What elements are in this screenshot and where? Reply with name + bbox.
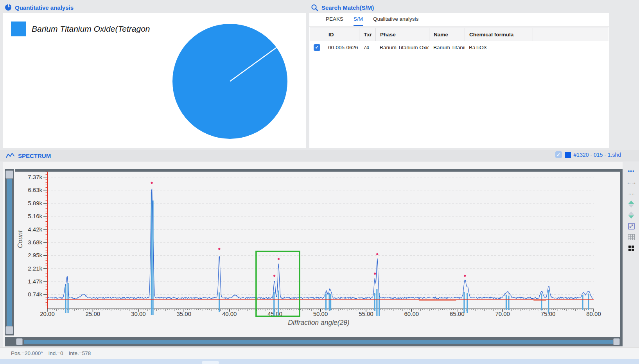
more-options-icon[interactable] xyxy=(626,167,636,175)
status-index: Ind.=0 xyxy=(48,350,63,356)
spectrum-title: SPECTRUM xyxy=(18,152,51,159)
search-match-header: Search Match(S/M) xyxy=(311,2,374,13)
vertical-range-bar[interactable] xyxy=(7,179,12,326)
tab-qualitative-analysis[interactable]: Qualitative analysis xyxy=(373,13,418,26)
header-spacer xyxy=(533,28,608,41)
svg-text:2.95k: 2.95k xyxy=(28,252,42,258)
header-txr: Txr xyxy=(359,28,375,41)
svg-text:50.00: 50.00 xyxy=(313,310,328,317)
svg-text:1.47k: 1.47k xyxy=(28,278,42,285)
spectrum-panel: 7.37k6.63k5.89k5.16k4.42k3.68k2.95k2.21k… xyxy=(3,162,623,347)
row-checkbox[interactable] xyxy=(314,44,320,51)
horizontal-slider-left-handle[interactable] xyxy=(16,338,23,345)
svg-text:80.00: 80.00 xyxy=(586,310,601,317)
header-checkbox-column xyxy=(310,28,324,41)
cell-formula: BaTiO3 xyxy=(465,41,533,54)
spectrum-legend-checkbox[interactable] xyxy=(555,151,562,158)
svg-text:5.16k: 5.16k xyxy=(28,213,42,219)
collapse-horizontal-icon[interactable] xyxy=(626,189,636,197)
tab-sm[interactable]: S/M xyxy=(354,13,363,26)
pie-chart xyxy=(169,20,298,149)
table-header: ID Txr Phase Name Chemical formula xyxy=(310,27,608,41)
spectrum-plot[interactable]: 7.37k6.63k5.89k5.16k4.42k3.68k2.95k2.21k… xyxy=(3,162,623,347)
svg-text:Count: Count xyxy=(16,230,24,248)
horizontal-slider-right-handle[interactable] xyxy=(613,338,620,345)
quantitative-analysis-panel: Barium Titanium Oxide(Tetragon xyxy=(3,13,306,148)
cell-name: Barium Titaniu xyxy=(429,41,465,54)
header-phase: Phase xyxy=(375,28,429,41)
tab-peaks[interactable]: PEAKS xyxy=(326,13,343,26)
table-row[interactable]: 00-005-0626 74 Barium Titanium Oxide Bar… xyxy=(310,41,608,54)
svg-text:35.00: 35.00 xyxy=(176,310,191,317)
spectrum-legend: #1320 - 015 - 1.shd xyxy=(555,151,621,158)
svg-text:3.68k: 3.68k xyxy=(28,239,42,246)
svg-text:4.42k: 4.42k xyxy=(28,226,42,233)
svg-text:65.00: 65.00 xyxy=(450,310,465,317)
svg-text:55.00: 55.00 xyxy=(359,310,373,317)
vertical-range-slider[interactable] xyxy=(5,169,14,335)
bottom-strip xyxy=(0,359,639,364)
tab-bar: PEAKS S/M Qualitative analysis xyxy=(309,13,609,27)
svg-text:7.37k: 7.37k xyxy=(28,174,42,180)
header-name: Name xyxy=(429,28,465,41)
horizontal-range-bar[interactable] xyxy=(24,340,616,344)
status-intensity: Inte.=578 xyxy=(69,350,91,356)
spectrum-icon xyxy=(5,152,15,159)
fullscreen-icon[interactable] xyxy=(626,222,636,230)
svg-text:5.89k: 5.89k xyxy=(28,200,42,206)
xrd-analysis-app: Quantitative analysis Barium Titanium Ox… xyxy=(0,0,639,364)
plot-right-edge xyxy=(620,169,623,346)
pie-legend-swatch xyxy=(11,22,26,36)
quantitative-analysis-title: Quantitative analysis xyxy=(15,4,74,11)
svg-text:Diffraction angle(2θ): Diffraction angle(2θ) xyxy=(288,319,349,326)
search-icon xyxy=(311,4,318,11)
svg-text:6.63k: 6.63k xyxy=(28,186,42,193)
svg-text:2.21k: 2.21k xyxy=(28,265,42,272)
spectrum-header: SPECTRUM #1320 - 015 - 1.shd xyxy=(0,150,639,161)
header-chemical-formula: Chemical formula xyxy=(465,28,533,41)
quantitative-analysis-header: Quantitative analysis xyxy=(5,2,74,13)
status-position: Pos.=20.000° xyxy=(11,350,43,356)
pie-legend-label: Barium Titanium Oxide(Tetragon xyxy=(32,24,150,34)
header-id: ID xyxy=(324,28,359,41)
horizontal-range-slider[interactable] xyxy=(5,337,623,346)
scale-up-vertical-icon[interactable] xyxy=(626,200,636,208)
svg-text:70.00: 70.00 xyxy=(495,310,510,317)
bottom-scroll-handle[interactable] xyxy=(202,361,219,364)
spectrum-legend-swatch xyxy=(565,152,571,158)
spectrum-toolbar xyxy=(625,167,637,252)
expand-horizontal-icon[interactable] xyxy=(626,178,636,186)
svg-text:25.00: 25.00 xyxy=(86,310,101,317)
status-bar: Pos.=20.000° Ind.=0 Inte.=578 xyxy=(0,347,639,359)
vertical-slider-bottom-handle[interactable] xyxy=(5,326,13,334)
vertical-slider-top-handle[interactable] xyxy=(5,170,13,179)
search-match-title: Search Match(S/M) xyxy=(321,4,374,11)
cell-id: 00-005-0626 xyxy=(324,41,359,54)
cell-txr: 74 xyxy=(359,41,375,54)
svg-text:30.00: 30.00 xyxy=(131,310,146,317)
tile-view-icon[interactable] xyxy=(626,244,636,252)
pie-legend: Barium Titanium Oxide(Tetragon xyxy=(11,22,150,36)
svg-text:60.00: 60.00 xyxy=(404,310,419,317)
grid-view-icon[interactable] xyxy=(626,233,636,241)
spectrum-legend-label: #1320 - 015 - 1.shd xyxy=(574,152,621,158)
search-match-panel: PEAKS S/M Qualitative analysis ID Txr Ph… xyxy=(309,13,609,148)
svg-text:40.00: 40.00 xyxy=(222,310,237,317)
pie-chart-icon xyxy=(5,4,12,11)
cell-phase: Barium Titanium Oxide xyxy=(375,41,429,54)
svg-text:0.74k: 0.74k xyxy=(28,291,42,298)
scale-down-vertical-icon[interactable] xyxy=(626,211,636,219)
plot-top-edge xyxy=(15,169,620,172)
svg-text:20.00: 20.00 xyxy=(40,310,55,317)
